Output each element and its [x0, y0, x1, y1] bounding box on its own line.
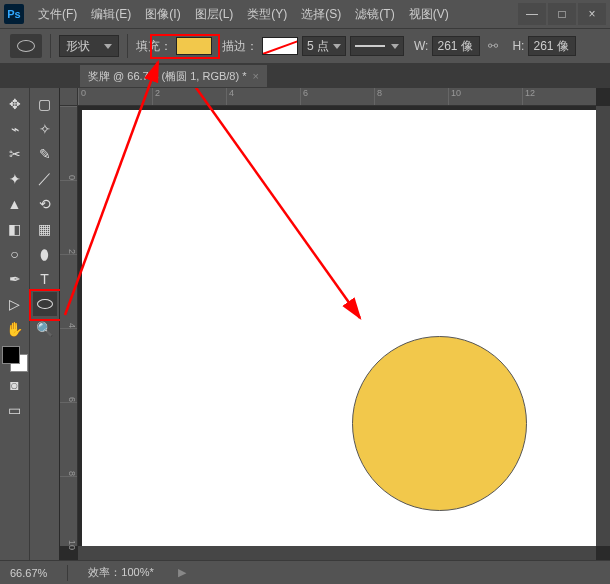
blur-tool[interactable]: ⬮: [33, 242, 57, 266]
options-bar: 形状 填充： 描边： 5 点 W: 261 像 ⚯ H: 261 像: [0, 28, 610, 64]
ruler-vertical[interactable]: 0 2 4 6 8 10: [60, 106, 78, 546]
path-select-tool[interactable]: ▷: [3, 292, 27, 316]
foreground-swatch[interactable]: [2, 346, 20, 364]
width-label: W:: [414, 39, 428, 53]
main-area: ✥ ⌁ ✂ ✦ ▲ ◧ ○ ✒ ▷ ✋ ◙ ▭ ▢ ✧ ✎ ／ ⟲ ▦ ⬮ T …: [0, 88, 610, 560]
tool-preset-ellipse[interactable]: [10, 34, 42, 58]
menu-layer[interactable]: 图层(L): [189, 2, 240, 27]
window-controls: — □ ×: [516, 3, 606, 25]
ruler-tick: 8: [374, 88, 448, 105]
canvas[interactable]: [82, 110, 596, 546]
menu-type[interactable]: 类型(Y): [241, 2, 293, 27]
efficiency-readout: 效率：100%*: [88, 565, 153, 580]
status-menu-arrow[interactable]: ▶: [178, 566, 186, 579]
fill-color-swatch[interactable]: [176, 37, 212, 55]
link-wh-icon[interactable]: ⚯: [484, 39, 502, 53]
ruler-tick: 6: [60, 328, 77, 402]
ruler-tick: 8: [60, 402, 77, 476]
document-tab[interactable]: 奖牌 @ 66.7% (椭圆 1, RGB/8) * ×: [80, 65, 267, 87]
dodge-tool[interactable]: ○: [3, 242, 27, 266]
clone-tool[interactable]: ▲: [3, 192, 27, 216]
divider: [67, 565, 68, 581]
menu-file[interactable]: 文件(F): [32, 2, 83, 27]
move-tool[interactable]: ✥: [3, 92, 27, 116]
stroke-size-value: 5 点: [307, 38, 329, 55]
ruler-tick: 2: [152, 88, 226, 105]
maximize-button[interactable]: □: [548, 3, 576, 25]
divider: [127, 34, 128, 58]
height-value: 261 像: [533, 38, 568, 55]
pen-tool[interactable]: ✒: [3, 267, 27, 291]
zoom-level[interactable]: 66.67%: [10, 567, 47, 579]
ruler-tick: 0: [60, 106, 77, 180]
stroke-style-dropdown[interactable]: [350, 36, 404, 56]
history-brush-tool[interactable]: ⟲: [33, 192, 57, 216]
type-tool[interactable]: T: [33, 267, 57, 291]
ruler-horizontal[interactable]: 0 2 4 6 8 10 12: [78, 88, 596, 106]
menu-image[interactable]: 图像(I): [139, 2, 186, 27]
document-tab-close[interactable]: ×: [253, 70, 259, 82]
shape-ellipse-1[interactable]: [352, 336, 527, 511]
fill-label: 填充：: [136, 38, 172, 55]
quick-mask-tool[interactable]: ◙: [3, 373, 27, 397]
stroke-label: 描边：: [222, 38, 258, 55]
ruler-tick: 10: [448, 88, 522, 105]
document-tab-bar: 奖牌 @ 66.7% (椭圆 1, RGB/8) * ×: [0, 64, 610, 88]
crop-tool[interactable]: ✂: [3, 142, 27, 166]
gradient-tool[interactable]: ▦: [33, 217, 57, 241]
divider: [50, 34, 51, 58]
brush-tool[interactable]: ／: [33, 167, 57, 191]
lasso-tool[interactable]: ⌁: [3, 117, 27, 141]
fg-bg-colors[interactable]: [2, 346, 28, 372]
ruler-tick: 4: [226, 88, 300, 105]
document-tab-title: 奖牌 @ 66.7% (椭圆 1, RGB/8) *: [88, 69, 247, 84]
toolbox-col-left: ✥ ⌁ ✂ ✦ ▲ ◧ ○ ✒ ▷ ✋ ◙ ▭: [0, 88, 30, 560]
chevron-down-icon: [391, 44, 399, 49]
height-field[interactable]: 261 像: [528, 36, 576, 56]
efficiency-label: 效率：: [88, 566, 121, 578]
width-field[interactable]: 261 像: [432, 36, 480, 56]
stroke-size-field[interactable]: 5 点: [302, 36, 346, 56]
ruler-tick: 4: [60, 254, 77, 328]
efficiency-value: 100%*: [121, 566, 153, 578]
ruler-tick: 2: [60, 180, 77, 254]
eyedropper-tool[interactable]: ✎: [33, 142, 57, 166]
canvas-viewport: 0 2 4 6 8 10 12 0 2 4 6 8 10: [60, 88, 610, 560]
toolbox-col-right: ▢ ✧ ✎ ／ ⟲ ▦ ⬮ T 🔍: [30, 88, 60, 560]
chevron-down-icon: [333, 44, 341, 49]
ruler-tick: 10: [60, 476, 77, 550]
eraser-tool[interactable]: ◧: [3, 217, 27, 241]
shape-mode-label: 形状: [66, 38, 90, 55]
stroke-line-icon: [355, 45, 385, 47]
hand-tool[interactable]: ✋: [3, 317, 27, 341]
menu-view[interactable]: 视图(V): [403, 2, 455, 27]
ruler-tick: 6: [300, 88, 374, 105]
title-bar: Ps 文件(F) 编辑(E) 图像(I) 图层(L) 类型(Y) 选择(S) 滤…: [0, 0, 610, 28]
minimize-button[interactable]: —: [518, 3, 546, 25]
scrollbar-horizontal[interactable]: [78, 546, 596, 560]
width-value: 261 像: [437, 38, 472, 55]
menu-select[interactable]: 选择(S): [295, 2, 347, 27]
scrollbar-vertical[interactable]: [596, 106, 610, 546]
height-label: H:: [512, 39, 524, 53]
ellipse-icon: [17, 40, 35, 52]
close-button[interactable]: ×: [578, 3, 606, 25]
ellipse-shape-tool[interactable]: [33, 292, 57, 316]
main-menu: 文件(F) 编辑(E) 图像(I) 图层(L) 类型(Y) 选择(S) 滤镜(T…: [32, 2, 455, 27]
healing-tool[interactable]: ✦: [3, 167, 27, 191]
shape-mode-dropdown[interactable]: 形状: [59, 35, 119, 57]
ruler-corner: [60, 88, 78, 106]
menu-edit[interactable]: 编辑(E): [85, 2, 137, 27]
status-bar: 66.67% 效率：100%* ▶: [0, 560, 610, 584]
wand-tool[interactable]: ✧: [33, 117, 57, 141]
ruler-tick: 12: [522, 88, 596, 105]
marquee-tool[interactable]: ▢: [33, 92, 57, 116]
app-logo: Ps: [4, 4, 24, 24]
screen-mode-tool[interactable]: ▭: [3, 398, 27, 422]
ruler-tick: 0: [78, 88, 152, 105]
menu-filter[interactable]: 滤镜(T): [349, 2, 400, 27]
chevron-down-icon: [104, 44, 112, 49]
stroke-color-swatch[interactable]: [262, 37, 298, 55]
ellipse-icon: [37, 299, 53, 309]
